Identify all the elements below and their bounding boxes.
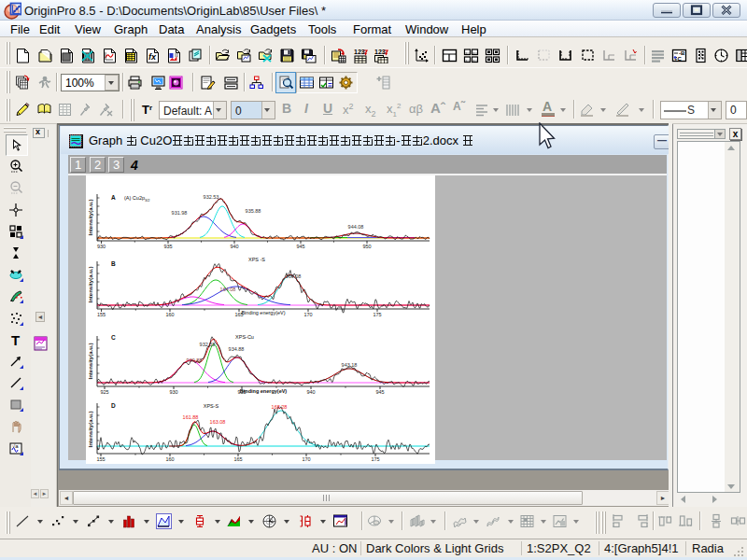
svg-text:161.88: 161.88 — [183, 414, 199, 420]
svg-text:944.08: 944.08 — [348, 224, 364, 230]
svg-text:(A) Cu2p3/2: (A) Cu2p3/2 — [124, 195, 150, 203]
svg-text:935: 935 — [163, 244, 172, 249]
svg-text:T: T — [142, 103, 149, 117]
svg-text:160: 160 — [165, 456, 174, 462]
svg-text:930: 930 — [97, 244, 106, 249]
svg-text:123: 123 — [354, 49, 365, 55]
svg-text:T: T — [11, 332, 20, 347]
svg-text:170: 170 — [303, 312, 312, 317]
svg-text:934.88: 934.88 — [229, 346, 245, 352]
svg-text:935.88: 935.88 — [246, 208, 261, 214]
svg-text:B: B — [111, 260, 116, 267]
svg-text:C: C — [111, 334, 116, 341]
svg-text:Binding energy(eV): Binding energy(eV) — [241, 310, 285, 315]
svg-text:940: 940 — [230, 244, 238, 249]
svg-text:A: A — [111, 194, 116, 201]
svg-text:169.08: 169.08 — [286, 273, 302, 279]
svg-text:Intensity(a.u.): Intensity(a.u.) — [88, 411, 93, 447]
svg-text:932.58: 932.58 — [200, 342, 216, 347]
svg-text:123: 123 — [374, 49, 386, 55]
svg-text:Intensity(a.u.): Intensity(a.u.) — [88, 343, 93, 379]
svg-text:√a: √a — [12, 443, 19, 449]
svg-text:945: 945 — [296, 244, 304, 249]
svg-text:163.08: 163.08 — [210, 419, 226, 425]
svg-text:XPS-Cu: XPS-Cu — [235, 334, 254, 340]
svg-text:168.28: 168.28 — [272, 404, 288, 410]
svg-text:155: 155 — [96, 456, 105, 462]
svg-text:943.18: 943.18 — [342, 362, 358, 368]
svg-text:XPS -S: XPS -S — [248, 257, 265, 262]
svg-text:950: 950 — [362, 244, 371, 249]
svg-text:Intensity(a.u.): Intensity(a.u.) — [88, 266, 93, 302]
svg-text:164.08: 164.08 — [220, 287, 236, 292]
svg-text:175: 175 — [371, 456, 379, 462]
svg-text:fx: fx — [148, 52, 157, 62]
svg-text:r: r — [149, 104, 152, 112]
svg-text:945: 945 — [375, 389, 384, 395]
svg-text:940: 940 — [306, 389, 315, 395]
svg-text:170: 170 — [302, 456, 310, 462]
svg-text:930.88: 930.88 — [187, 357, 203, 363]
svg-text:925: 925 — [100, 389, 108, 395]
svg-text:D: D — [111, 402, 116, 409]
svg-text:930: 930 — [169, 389, 177, 395]
svg-text:932.53: 932.53 — [204, 194, 219, 200]
svg-text:165: 165 — [233, 456, 242, 462]
svg-text:931.98: 931.98 — [172, 210, 188, 216]
svg-text:155: 155 — [97, 312, 106, 317]
svg-text:160: 160 — [165, 312, 174, 317]
svg-text:Intensity(a.u.): Intensity(a.u.) — [88, 199, 93, 235]
svg-text:XPS-S: XPS-S — [204, 403, 219, 409]
svg-text:Binding energy(eV): Binding energy(eV) — [240, 388, 288, 394]
svg-text:175: 175 — [373, 312, 381, 317]
